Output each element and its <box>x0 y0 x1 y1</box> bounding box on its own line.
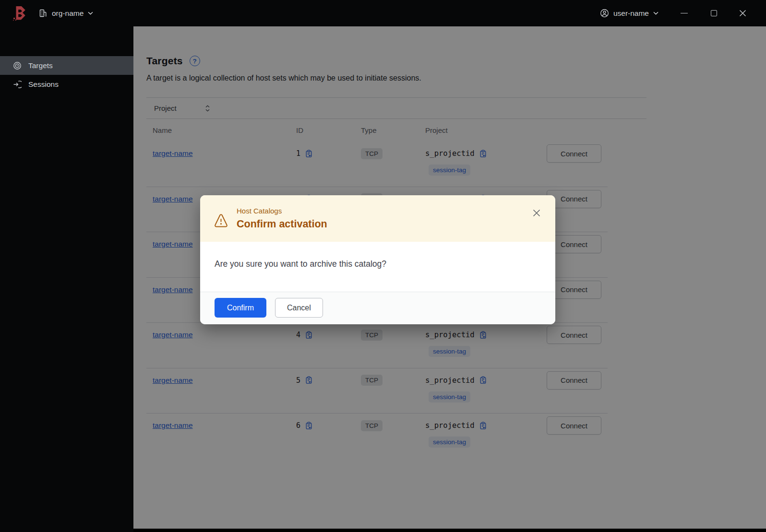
user-name-label: user-name <box>613 9 649 18</box>
chevron-down-icon <box>653 12 658 15</box>
sidebar-item-sessions[interactable]: Sessions <box>0 75 133 94</box>
window-controls <box>673 4 754 23</box>
dialog-close-button[interactable] <box>531 208 542 218</box>
close-window-button[interactable] <box>731 4 754 23</box>
sidebar-item-label: Sessions <box>28 80 59 89</box>
warning-triangle-icon <box>214 213 228 227</box>
session-entry-icon <box>13 80 22 89</box>
sidebar-nav: Targets Sessions <box>0 26 133 532</box>
dialog-body-text: Are you sure you want to archive this ca… <box>200 242 555 292</box>
minimize-button[interactable] <box>673 4 695 23</box>
org-building-icon <box>38 9 48 18</box>
minimize-icon <box>681 13 688 13</box>
dialog-context-label: Host Catalogs <box>237 207 327 215</box>
org-name-label: org-name <box>52 9 84 18</box>
dialog-header: Host Catalogs Confirm activation <box>200 195 555 242</box>
sidebar-item-label: Targets <box>28 61 53 70</box>
close-icon <box>739 10 746 17</box>
boundary-logo-icon <box>12 5 27 22</box>
dialog-title: Confirm activation <box>237 218 327 230</box>
user-menu-dropdown[interactable]: user-name <box>600 9 658 18</box>
dialog-footer: Confirm Cancel <box>200 292 555 324</box>
confirm-dialog: Host Catalogs Confirm activation Are you… <box>200 195 555 324</box>
org-switcher-dropdown[interactable]: org-name <box>38 9 93 18</box>
cancel-button[interactable]: Cancel <box>275 298 323 318</box>
target-icon <box>13 61 22 70</box>
user-avatar-icon <box>600 9 609 18</box>
maximize-button[interactable] <box>703 4 725 23</box>
title-bar: org-name user-name <box>0 0 766 26</box>
chevron-down-icon <box>88 12 93 15</box>
sidebar-item-targets[interactable]: Targets <box>0 56 133 75</box>
maximize-icon <box>711 10 717 16</box>
close-icon <box>533 209 540 217</box>
confirm-button[interactable]: Confirm <box>215 298 266 318</box>
